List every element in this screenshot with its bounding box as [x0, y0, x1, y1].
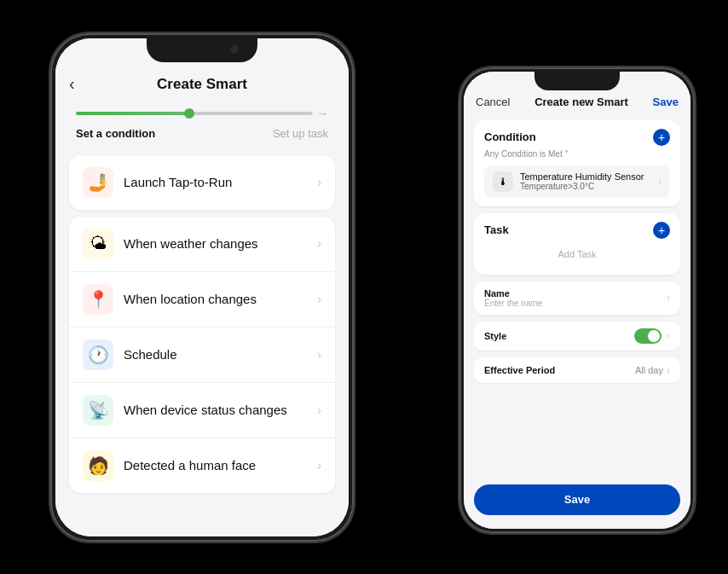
progress-empty: [189, 112, 313, 115]
phone2-page-title: Create new Smart: [534, 96, 628, 108]
style-field[interactable]: Style ›: [474, 322, 680, 351]
step-labels: Set a condition Set up task: [55, 124, 349, 150]
phone1-notch: [147, 38, 257, 62]
condition-item-chevron-icon: ›: [658, 176, 662, 188]
condition-item-text: Temperature Humidity Sensor Temperature>…: [520, 171, 658, 191]
schedule-label: Schedule: [124, 347, 317, 362]
tap-to-run-chevron-icon: ›: [317, 175, 321, 190]
device-status-chevron-icon: ›: [317, 403, 321, 418]
device-status-icon: 📡: [83, 395, 113, 426]
phone1-header: ‹ Create Smart: [55, 69, 349, 96]
style-toggle-knob: [648, 330, 660, 342]
step2-label: Set up task: [273, 127, 328, 140]
tap-to-run-label: Launch Tap-to-Run: [124, 175, 317, 189]
schedule-chevron-icon: ›: [317, 347, 321, 362]
phone2-notch: [534, 72, 620, 90]
task-card: Task + Add Task: [474, 213, 680, 275]
effective-period-label: Effective Period: [484, 365, 555, 375]
phone1-camera: [230, 45, 239, 54]
effective-period-value: All day: [635, 365, 663, 375]
phone2-device: Cancel Create new Smart Save Condition +…: [458, 66, 696, 535]
condition-add-button[interactable]: +: [653, 129, 670, 146]
progress-dot: [184, 108, 194, 119]
progress-filled: [76, 112, 189, 115]
cancel-button[interactable]: Cancel: [476, 96, 510, 108]
schedule-icon: 🕐: [83, 339, 113, 370]
location-label: When location changes: [124, 292, 317, 306]
weather-row[interactable]: 🌤 When weather changes ›: [69, 217, 335, 272]
location-chevron-icon: ›: [317, 292, 321, 307]
human-face-label: Detected a human face: [124, 458, 317, 473]
condition-item-row[interactable]: 🌡 Temperature Humidity Sensor Temperatur…: [484, 165, 670, 198]
back-button[interactable]: ‹: [69, 74, 75, 94]
style-field-chevron-icon: ›: [667, 330, 670, 342]
weather-chevron-icon: ›: [317, 236, 321, 252]
effective-period-chevron-icon: ›: [667, 364, 670, 376]
condition-subtitle: Any Condition is Met ˅: [484, 149, 670, 159]
human-face-icon: 🧑: [83, 450, 113, 481]
save-button[interactable]: Save: [653, 96, 679, 108]
step1-label: Set a condition: [76, 127, 155, 140]
style-field-label: Style: [484, 331, 506, 341]
device-status-row[interactable]: 📡 When device status changes ›: [69, 383, 335, 438]
effective-period-field[interactable]: Effective Period All day ›: [474, 357, 680, 383]
progress-bar: →: [55, 96, 349, 124]
tap-to-run-section: 🤳 Launch Tap-to-Run ›: [69, 155, 335, 210]
device-status-label: When device status changes: [124, 403, 317, 417]
phone1-side-btn2: [49, 157, 50, 200]
human-face-chevron-icon: ›: [317, 458, 321, 473]
schedule-row[interactable]: 🕐 Schedule ›: [69, 328, 335, 383]
name-field-chevron-icon: ›: [667, 292, 670, 304]
add-task-label[interactable]: Add Task: [484, 242, 670, 266]
condition-title: Condition: [484, 130, 536, 143]
name-field-label: Name: [484, 288, 542, 299]
triggers-section: 🌤 When weather changes › 📍 When location…: [69, 217, 335, 493]
tap-to-run-icon: 🤳: [83, 167, 113, 198]
name-field-placeholder: Enter the name: [484, 299, 542, 308]
progress-arrow-icon: →: [316, 107, 328, 120]
phone2-bottom: Save: [474, 484, 680, 515]
page-title: Create Smart: [157, 76, 247, 93]
name-field[interactable]: Name Enter the name ›: [474, 281, 680, 315]
condition-item-icon: 🌡: [493, 171, 513, 192]
condition-card: Condition + Any Condition is Met ˅ 🌡 Tem…: [474, 120, 680, 206]
condition-item-name: Temperature Humidity Sensor: [520, 171, 658, 182]
location-icon: 📍: [83, 284, 113, 315]
phone1-device: ‹ Create Smart → Set a condition Set up …: [49, 32, 355, 543]
task-add-button[interactable]: +: [653, 222, 670, 239]
phone1-side-btn1: [49, 119, 50, 144]
tap-to-run-row[interactable]: 🤳 Launch Tap-to-Run ›: [69, 155, 335, 210]
task-title: Task: [484, 223, 509, 236]
bottom-save-button[interactable]: Save: [474, 484, 680, 515]
weather-label: When weather changes: [124, 236, 317, 251]
phone1-side-btn3: [354, 136, 355, 187]
human-face-row[interactable]: 🧑 Detected a human face ›: [69, 438, 335, 493]
location-row[interactable]: 📍 When location changes ›: [69, 272, 335, 328]
condition-item-value: Temperature>3.0°C: [520, 182, 658, 191]
style-toggle[interactable]: [634, 328, 662, 344]
weather-icon: 🌤: [83, 229, 113, 259]
